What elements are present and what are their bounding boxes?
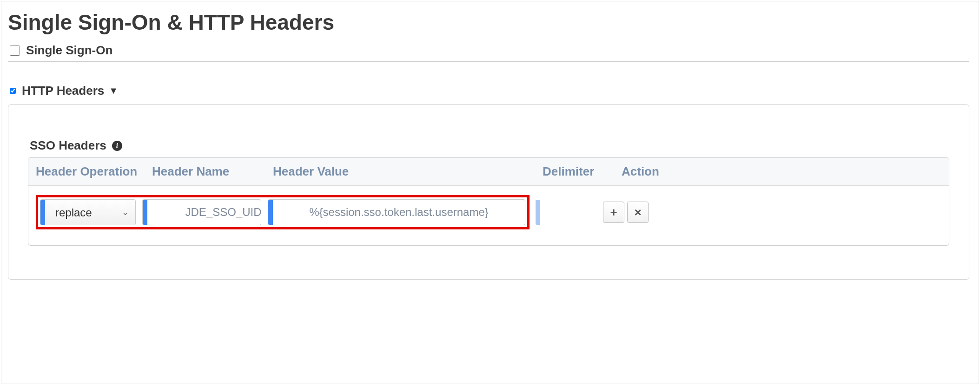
col-header-name: Header Name xyxy=(152,164,273,179)
inactive-indicator xyxy=(536,200,540,225)
collapse-toggle-icon[interactable]: ▼ xyxy=(109,85,118,96)
info-icon[interactable]: i xyxy=(112,141,122,151)
sso-headers-table: Header Operation Header Name Header Valu… xyxy=(28,157,949,246)
active-indicator xyxy=(143,200,147,225)
highlighted-fields: replace ⌄ xyxy=(36,195,530,229)
plus-icon: + xyxy=(610,205,617,220)
remove-row-button[interactable]: × xyxy=(627,202,649,223)
sso-headers-label: SSO Headers xyxy=(30,138,106,153)
delimiter-input[interactable] xyxy=(540,200,597,225)
active-indicator xyxy=(40,200,45,225)
header-name-field[interactable] xyxy=(142,199,261,225)
divider xyxy=(8,61,969,62)
add-row-button[interactable]: + xyxy=(603,202,624,223)
http-headers-checkbox[interactable] xyxy=(10,88,16,94)
chevron-down-icon: ⌄ xyxy=(120,207,135,217)
col-header-action: Action xyxy=(622,164,687,179)
col-header-value: Header Value xyxy=(273,164,543,179)
header-name-input[interactable] xyxy=(147,200,261,225)
http-headers-panel: SSO Headers i Header Operation Header Na… xyxy=(8,104,969,280)
header-value-input[interactable] xyxy=(273,200,525,225)
active-indicator xyxy=(268,200,273,225)
close-icon: × xyxy=(634,205,641,220)
single-sign-on-checkbox[interactable] xyxy=(10,46,20,56)
col-header-delimiter: Delimiter xyxy=(543,164,622,179)
table-row: replace ⌄ xyxy=(28,186,949,245)
single-sign-on-label: Single Sign-On xyxy=(26,43,113,58)
col-header-operation: Header Operation xyxy=(36,164,152,179)
header-operation-field[interactable]: replace ⌄ xyxy=(40,199,136,225)
page-title: Single Sign-On & HTTP Headers xyxy=(8,10,969,35)
header-operation-select[interactable]: replace xyxy=(45,200,120,225)
header-value-field[interactable] xyxy=(268,199,525,225)
delimiter-field[interactable] xyxy=(535,199,597,225)
http-headers-label: HTTP Headers xyxy=(22,84,104,98)
